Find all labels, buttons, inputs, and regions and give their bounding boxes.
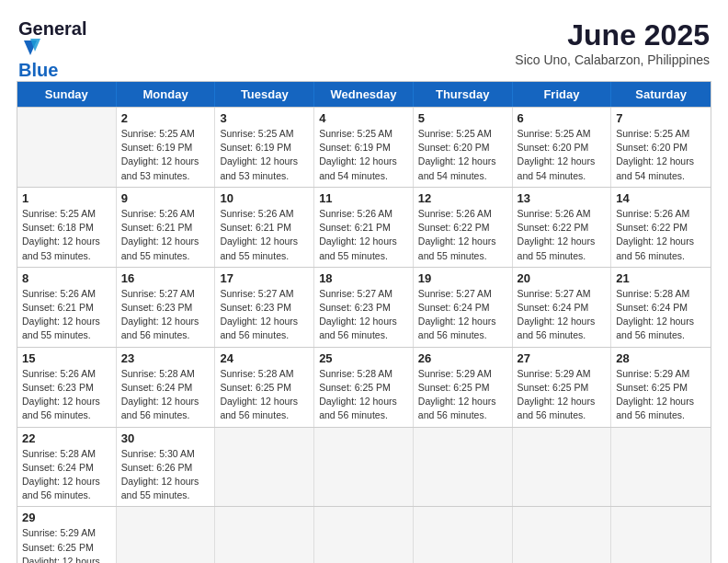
cal-cell-24: 24Sunrise: 5:28 AMSunset: 6:25 PMDayligh… — [215, 348, 314, 427]
cal-cell-4: 4Sunrise: 5:25 AMSunset: 6:19 PMDaylight… — [314, 108, 414, 187]
cal-cell-20: 20Sunrise: 5:27 AMSunset: 6:24 PMDayligh… — [513, 268, 612, 347]
cal-cell-23: 23Sunrise: 5:28 AMSunset: 6:24 PMDayligh… — [117, 348, 216, 427]
cal-cell-29: 29Sunrise: 5:29 AMSunset: 6:25 PMDayligh… — [17, 507, 117, 563]
header-tuesday: Tuesday — [215, 82, 314, 107]
header: General Blue June 2025 Sico Uno, Calabar… — [9, 9, 719, 76]
week-row-5: 22Sunrise: 5:28 AMSunset: 6:24 PMDayligh… — [17, 427, 711, 507]
cal-cell-12: 12Sunrise: 5:26 AMSunset: 6:22 PMDayligh… — [414, 188, 513, 267]
week-row-2: 1Sunrise: 5:25 AMSunset: 6:18 PMDaylight… — [17, 187, 711, 267]
cal-cell-25: 25Sunrise: 5:28 AMSunset: 6:25 PMDayligh… — [314, 348, 414, 427]
cal-cell-18: 18Sunrise: 5:27 AMSunset: 6:23 PMDayligh… — [314, 268, 414, 347]
cal-cell-19: 19Sunrise: 5:27 AMSunset: 6:24 PMDayligh… — [414, 268, 513, 347]
cal-cell-empty — [314, 428, 414, 507]
cal-cell-7: 7Sunrise: 5:25 AMSunset: 6:20 PMDaylight… — [611, 108, 711, 187]
cal-cell-22: 22Sunrise: 5:28 AMSunset: 6:24 PMDayligh… — [17, 428, 117, 507]
week-row-6: 29Sunrise: 5:29 AMSunset: 6:25 PMDayligh… — [17, 506, 711, 563]
calendar-title: June 2025 — [515, 18, 710, 52]
cal-cell-6: 6Sunrise: 5:25 AMSunset: 6:20 PMDaylight… — [513, 108, 612, 187]
cal-cell-21: 21Sunrise: 5:28 AMSunset: 6:24 PMDayligh… — [611, 268, 711, 347]
cal-cell-11: 11Sunrise: 5:26 AMSunset: 6:21 PMDayligh… — [314, 188, 414, 267]
logo-blue: Blue — [18, 61, 110, 79]
header-friday: Friday — [513, 82, 612, 107]
cal-cell-empty — [513, 428, 612, 507]
logo: General Blue — [18, 18, 110, 72]
header-monday: Monday — [117, 82, 216, 107]
cal-cell-17: 17Sunrise: 5:27 AMSunset: 6:23 PMDayligh… — [215, 268, 314, 347]
cal-cell-empty — [414, 507, 513, 563]
cal-cell-26: 26Sunrise: 5:29 AMSunset: 6:25 PMDayligh… — [414, 348, 513, 427]
cal-cell-5: 5Sunrise: 5:25 AMSunset: 6:20 PMDaylight… — [414, 108, 513, 187]
header-saturday: Saturday — [611, 82, 711, 107]
cal-cell-30: 30Sunrise: 5:30 AMSunset: 6:26 PMDayligh… — [117, 428, 216, 507]
cal-cell-empty — [611, 428, 711, 507]
header-thursday: Thursday — [414, 82, 513, 107]
cal-cell-14: 14Sunrise: 5:26 AMSunset: 6:22 PMDayligh… — [611, 188, 711, 267]
week-row-4: 15Sunrise: 5:26 AMSunset: 6:23 PMDayligh… — [17, 347, 711, 427]
cal-cell-empty — [513, 507, 612, 563]
cal-cell-empty — [314, 507, 414, 563]
cal-cell-empty — [215, 507, 314, 563]
cal-cell-13: 13Sunrise: 5:26 AMSunset: 6:22 PMDayligh… — [513, 188, 612, 267]
cal-cell-15: 15Sunrise: 5:26 AMSunset: 6:23 PMDayligh… — [17, 348, 117, 427]
title-section: June 2025 Sico Uno, Calabarzon, Philippi… — [515, 18, 710, 67]
cal-cell-9: 9Sunrise: 5:26 AMSunset: 6:21 PMDaylight… — [117, 188, 216, 267]
cal-cell-16: 16Sunrise: 5:27 AMSunset: 6:23 PMDayligh… — [117, 268, 216, 347]
cal-cell-28: 28Sunrise: 5:29 AMSunset: 6:25 PMDayligh… — [611, 348, 711, 427]
calendar: Sunday Monday Tuesday Wednesday Thursday… — [17, 81, 711, 563]
cal-cell-2: 2Sunrise: 5:25 AMSunset: 6:19 PMDaylight… — [117, 108, 216, 187]
logo-text: General — [18, 18, 110, 61]
cal-cell-27: 27Sunrise: 5:29 AMSunset: 6:25 PMDayligh… — [513, 348, 612, 427]
header-wednesday: Wednesday — [314, 82, 414, 107]
cal-cell-8: 8Sunrise: 5:26 AMSunset: 6:21 PMDaylight… — [17, 268, 117, 347]
cal-cell-empty — [17, 108, 117, 187]
week-row-1: 2Sunrise: 5:25 AMSunset: 6:19 PMDaylight… — [17, 107, 711, 187]
cal-cell-empty — [414, 428, 513, 507]
cal-cell-empty — [215, 428, 314, 507]
calendar-subtitle: Sico Uno, Calabarzon, Philippines — [515, 52, 710, 67]
cal-cell-3: 3Sunrise: 5:25 AMSunset: 6:19 PMDaylight… — [215, 108, 314, 187]
logo-arrow-icon — [20, 39, 40, 61]
cal-cell-1: 1Sunrise: 5:25 AMSunset: 6:18 PMDaylight… — [17, 188, 117, 267]
header-sunday: Sunday — [17, 82, 117, 107]
week-row-3: 8Sunrise: 5:26 AMSunset: 6:21 PMDaylight… — [17, 267, 711, 347]
calendar-header: Sunday Monday Tuesday Wednesday Thursday… — [17, 82, 711, 107]
cal-cell-empty — [611, 507, 711, 563]
page-container: General Blue June 2025 Sico Uno, Calabar… — [9, 9, 719, 563]
cal-cell-empty — [117, 507, 216, 563]
cal-cell-10: 10Sunrise: 5:26 AMSunset: 6:21 PMDayligh… — [215, 188, 314, 267]
